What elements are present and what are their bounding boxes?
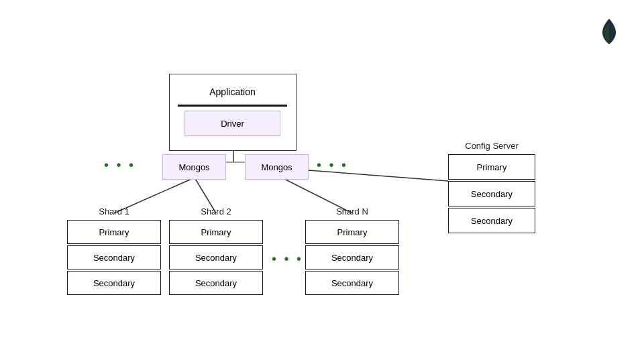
mongodb-icon <box>601 19 617 44</box>
config-secondary1-box: Secondary <box>448 181 535 206</box>
shard2-secondary1-label: Secondary <box>195 253 237 263</box>
connection-lines <box>0 0 644 362</box>
shardN-secondary1-box: Secondary <box>305 245 399 269</box>
shard1-secondary2-box: Secondary <box>67 271 161 295</box>
shard2-secondary2-label: Secondary <box>195 278 237 288</box>
shardN-primary-box: Primary <box>305 220 399 244</box>
shard2-secondary2-box: Secondary <box>169 271 263 295</box>
mongos2-box: Mongos <box>245 154 309 180</box>
shard2-primary-label: Primary <box>201 227 231 237</box>
shard2-secondary1-box: Secondary <box>169 245 263 269</box>
config-primary-label: Primary <box>477 162 507 172</box>
shardN-label: Shard N <box>305 206 399 217</box>
mongos1-box: Mongos <box>162 154 226 180</box>
config-secondary2-label: Secondary <box>471 216 513 226</box>
shard1-label: Shard 1 <box>67 206 161 217</box>
shard1-secondary1-label: Secondary <box>93 253 135 263</box>
driver-box: Driver <box>184 111 280 136</box>
config-secondary1-label: Secondary <box>471 189 513 199</box>
dots-right-mongos: • • • <box>317 158 348 173</box>
mongos1-label: Mongos <box>178 162 209 172</box>
dots-left-mongos: • • • <box>104 158 136 173</box>
shard1-primary-box: Primary <box>67 220 161 244</box>
shardN-primary-label: Primary <box>337 227 368 237</box>
config-server-label: Config Server <box>448 141 535 151</box>
shard1-secondary1-box: Secondary <box>67 245 161 269</box>
config-secondary2-box: Secondary <box>448 208 535 233</box>
app-divider <box>178 105 287 107</box>
shard2-primary-box: Primary <box>169 220 263 244</box>
application-box: Application <box>178 79 287 105</box>
shardN-secondary2-box: Secondary <box>305 271 399 295</box>
shard1-primary-label: Primary <box>99 227 129 237</box>
shard1-secondary2-label: Secondary <box>93 278 135 288</box>
shard2-label: Shard 2 <box>169 206 263 217</box>
config-primary-box: Primary <box>448 154 535 180</box>
driver-label: Driver <box>221 119 244 129</box>
dots-between-shards: • • • <box>272 251 303 267</box>
diagram-container: Application Driver Mongos Mongos • • • •… <box>0 0 644 362</box>
mongos2-label: Mongos <box>261 162 292 172</box>
application-label: Application <box>209 86 256 97</box>
shardN-secondary2-label: Secondary <box>331 278 373 288</box>
shardN-secondary1-label: Secondary <box>331 253 373 263</box>
